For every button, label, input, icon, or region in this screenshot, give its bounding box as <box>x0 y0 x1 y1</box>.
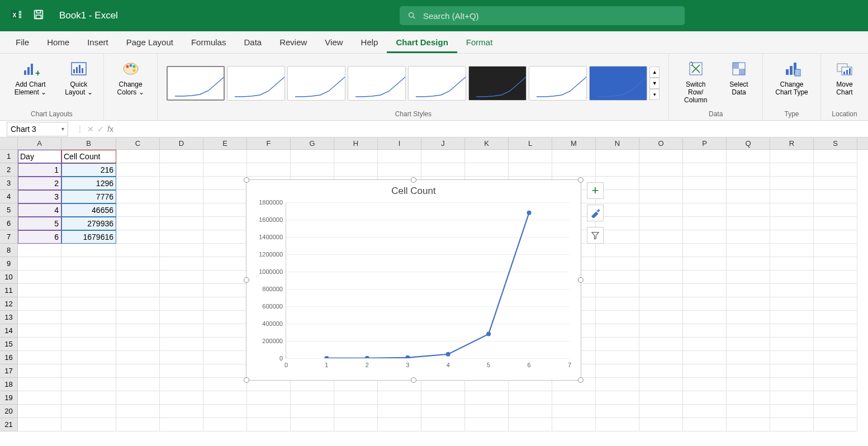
col-header-O[interactable]: O <box>639 137 683 149</box>
cell[interactable] <box>770 405 814 418</box>
cell[interactable] <box>160 364 203 378</box>
spreadsheet-grid[interactable]: A B C D E F G H I J K L M N O P Q R S 1D… <box>0 137 868 446</box>
tab-home[interactable]: Home <box>38 33 78 53</box>
row-header[interactable]: 16 <box>0 351 18 364</box>
cell[interactable] <box>814 163 857 177</box>
cell[interactable] <box>814 177 857 190</box>
chart-title[interactable]: Cell Count <box>246 180 581 199</box>
chart-resize-handle[interactable] <box>578 177 584 183</box>
name-box[interactable]: Chart 3 ▾ <box>7 122 68 136</box>
row-header[interactable]: 8 <box>0 244 18 257</box>
cell[interactable] <box>596 163 639 177</box>
cell[interactable] <box>203 230 247 244</box>
cell[interactable] <box>770 351 814 364</box>
cell[interactable] <box>160 150 203 163</box>
cell[interactable] <box>814 217 857 230</box>
cell[interactable] <box>596 324 639 338</box>
cell[interactable] <box>465 163 509 177</box>
cell[interactable] <box>770 324 814 338</box>
cell[interactable] <box>291 163 334 177</box>
cell[interactable] <box>596 338 639 351</box>
cell[interactable] <box>18 378 61 391</box>
cell[interactable] <box>116 338 160 351</box>
row-header[interactable]: 6 <box>0 217 18 230</box>
cell[interactable] <box>770 378 814 391</box>
change-colors-button[interactable]: Change Colors ⌄ <box>110 57 152 98</box>
select-all-corner[interactable] <box>0 137 18 149</box>
cell[interactable] <box>18 351 61 364</box>
gallery-up-button[interactable]: ▲ <box>649 67 660 78</box>
cell[interactable] <box>116 351 160 364</box>
search-box[interactable]: Search (Alt+Q) <box>400 6 685 25</box>
cell[interactable] <box>160 244 203 257</box>
cell[interactable] <box>116 217 160 230</box>
cell[interactable] <box>160 391 203 405</box>
col-header-C[interactable]: C <box>116 137 160 149</box>
cell[interactable] <box>421 150 465 163</box>
row-header[interactable]: 21 <box>0 418 18 431</box>
cell[interactable] <box>421 418 465 431</box>
cell[interactable] <box>61 364 116 378</box>
cell[interactable]: 216 <box>61 163 116 177</box>
cell[interactable] <box>160 297 203 311</box>
cell[interactable] <box>203 257 247 271</box>
row-header[interactable]: 11 <box>0 284 18 297</box>
cell[interactable] <box>770 190 814 203</box>
cell[interactable] <box>203 338 247 351</box>
cell[interactable] <box>683 177 727 190</box>
cell[interactable] <box>116 364 160 378</box>
cell[interactable] <box>203 311 247 324</box>
cell[interactable] <box>683 405 727 418</box>
cell[interactable] <box>639 230 683 244</box>
cell[interactable] <box>18 311 61 324</box>
gallery-down-button[interactable]: ▼ <box>649 78 660 89</box>
cell[interactable] <box>639 378 683 391</box>
tab-file[interactable]: File <box>7 33 38 53</box>
col-header-S[interactable]: S <box>814 137 857 149</box>
chart-styles-button[interactable] <box>587 205 604 221</box>
cell[interactable] <box>160 418 203 431</box>
cell[interactable] <box>770 217 814 230</box>
cell[interactable] <box>770 177 814 190</box>
cell[interactable] <box>639 311 683 324</box>
change-chart-type-button[interactable]: Change Chart Type <box>769 57 815 98</box>
cell[interactable] <box>814 351 857 364</box>
cell[interactable] <box>247 405 291 418</box>
cell[interactable] <box>639 297 683 311</box>
row-header[interactable]: 17 <box>0 364 18 378</box>
cell[interactable] <box>160 378 203 391</box>
cell[interactable] <box>509 405 552 418</box>
chart-resize-handle[interactable] <box>411 177 416 183</box>
chart-resize-handle[interactable] <box>244 277 249 283</box>
col-header-B[interactable]: B <box>61 137 116 149</box>
cell[interactable] <box>814 378 857 391</box>
row-header[interactable]: 3 <box>0 177 18 190</box>
row-header[interactable]: 18 <box>0 378 18 391</box>
cell[interactable] <box>639 244 683 257</box>
cell[interactable] <box>203 351 247 364</box>
cell[interactable] <box>727 244 770 257</box>
chart-style-6[interactable] <box>468 66 527 101</box>
cell[interactable] <box>203 418 247 431</box>
cell[interactable]: 5 <box>18 217 61 230</box>
col-header-L[interactable]: L <box>509 137 552 149</box>
cell[interactable] <box>683 190 727 203</box>
cell[interactable] <box>727 177 770 190</box>
cell[interactable] <box>247 150 291 163</box>
cell[interactable]: 2 <box>18 177 61 190</box>
save-icon[interactable] <box>32 8 45 23</box>
cell[interactable] <box>116 405 160 418</box>
cell[interactable] <box>727 391 770 405</box>
cell[interactable] <box>814 203 857 217</box>
cell[interactable] <box>509 418 552 431</box>
row-header[interactable]: 12 <box>0 297 18 311</box>
cell[interactable] <box>61 405 116 418</box>
cell[interactable] <box>509 150 552 163</box>
cell[interactable] <box>683 257 727 271</box>
embedded-chart[interactable]: Cell Count 02000004000006000008000001000… <box>246 179 581 381</box>
row-header[interactable]: 1 <box>0 150 18 163</box>
cell[interactable] <box>18 271 61 284</box>
cell[interactable] <box>18 257 61 271</box>
cell[interactable] <box>596 418 639 431</box>
row-header[interactable]: 13 <box>0 311 18 324</box>
